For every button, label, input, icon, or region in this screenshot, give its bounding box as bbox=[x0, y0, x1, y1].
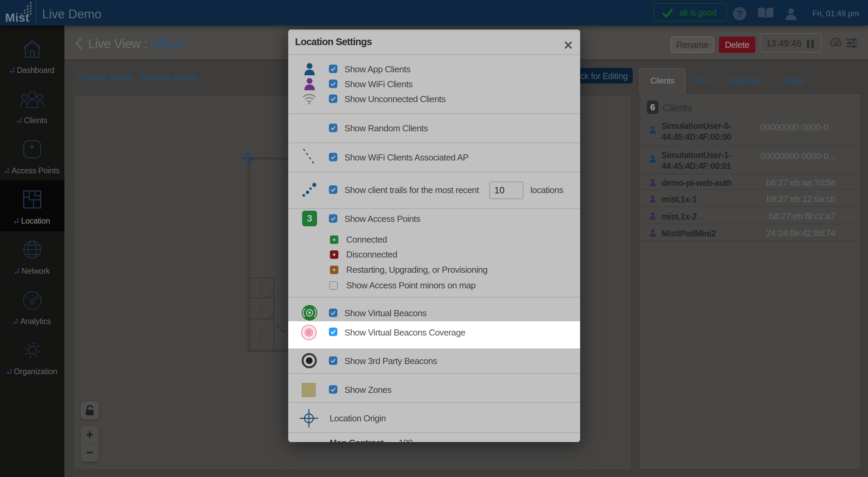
svg-text:Conf.: Conf. bbox=[258, 327, 264, 341]
svg-text:Conf.: Conf. bbox=[258, 281, 264, 295]
svg-text:Conf.: Conf. bbox=[258, 301, 264, 315]
